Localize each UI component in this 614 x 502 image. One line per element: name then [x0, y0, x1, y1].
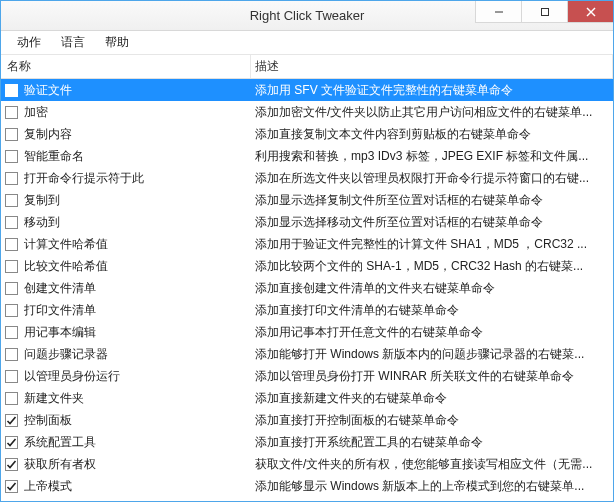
list-row[interactable]: 打开命令行提示符于此添加在所选文件夹以管理员权限打开命令行提示符窗口的右键...	[1, 167, 613, 189]
row-desc-cell: 添加直接新建文件夹的右键菜单命令	[251, 390, 613, 407]
column-description[interactable]: 描述	[251, 55, 613, 78]
titlebar: Right Click Tweaker	[1, 1, 613, 31]
menubar: 动作 语言 帮助	[1, 31, 613, 55]
row-name-cell: 上帝模式	[1, 478, 251, 495]
row-checkbox[interactable]	[5, 414, 18, 427]
row-name-cell: 打开命令行提示符于此	[1, 170, 251, 187]
row-desc-cell: 添加能够打开 Windows 新版本内的问题步骤记录器的右键菜...	[251, 346, 613, 363]
row-name-cell: 移动到	[1, 214, 251, 231]
row-name-cell: 用记事本编辑	[1, 324, 251, 341]
row-name-label: 控制面板	[24, 412, 72, 429]
row-name-label: 验证文件	[24, 82, 72, 99]
list-view[interactable]: 验证文件添加用 SFV 文件验证文件完整性的右键菜单命令加密添加加密文件/文件夹…	[1, 79, 613, 501]
row-name-label: 打印文件清单	[24, 302, 96, 319]
list-row[interactable]: 以管理员身份运行添加以管理员身份打开 WINRAR 所关联文件的右键菜单命令	[1, 365, 613, 387]
row-desc-cell: 利用搜索和替换，mp3 IDv3 标签，JPEG EXIF 标签和文件属...	[251, 148, 613, 165]
row-checkbox[interactable]	[5, 150, 18, 163]
row-checkbox[interactable]	[5, 106, 18, 119]
row-desc-cell: 添加比较两个文件的 SHA-1，MD5，CRC32 Hash 的右键菜...	[251, 258, 613, 275]
row-name-label: 上帝模式	[24, 478, 72, 495]
row-name-label: 以管理员身份运行	[24, 368, 120, 385]
row-checkbox[interactable]	[5, 370, 18, 383]
row-name-label: 打开命令行提示符于此	[24, 170, 144, 187]
row-name-cell: 复制内容	[1, 126, 251, 143]
row-checkbox[interactable]	[5, 172, 18, 185]
row-name-label: 新建文件夹	[24, 390, 84, 407]
row-checkbox[interactable]	[5, 392, 18, 405]
row-checkbox[interactable]	[5, 260, 18, 273]
row-name-label: 问题步骤记录器	[24, 346, 108, 363]
row-checkbox[interactable]	[5, 282, 18, 295]
row-checkbox[interactable]	[5, 128, 18, 141]
list-row[interactable]: 用记事本编辑添加用记事本打开任意文件的右键菜单命令	[1, 321, 613, 343]
row-desc-cell: 添加加密文件/文件夹以防止其它用户访问相应文件的右键菜单...	[251, 104, 613, 121]
list-row[interactable]: 比较文件哈希值添加比较两个文件的 SHA-1，MD5，CRC32 Hash 的右…	[1, 255, 613, 277]
row-name-label: 创建文件清单	[24, 280, 96, 297]
row-name-label: 获取所有者权	[24, 456, 96, 473]
row-name-cell: 验证文件	[1, 82, 251, 99]
list-row[interactable]: 问题步骤记录器添加能够打开 Windows 新版本内的问题步骤记录器的右键菜..…	[1, 343, 613, 365]
list-row[interactable]: 验证文件添加用 SFV 文件验证文件完整性的右键菜单命令	[1, 79, 613, 101]
row-checkbox[interactable]	[5, 84, 18, 97]
list-row[interactable]: 加密添加加密文件/文件夹以防止其它用户访问相应文件的右键菜单...	[1, 101, 613, 123]
row-name-cell: 创建文件清单	[1, 280, 251, 297]
list-row[interactable]: 控制面板添加直接打开控制面板的右键菜单命令	[1, 409, 613, 431]
row-desc-cell: 添加显示选择移动文件所至位置对话框的右键菜单命令	[251, 214, 613, 231]
row-desc-cell: 添加直接打印文件清单的右键菜单命令	[251, 302, 613, 319]
row-desc-cell: 添加用记事本打开任意文件的右键菜单命令	[251, 324, 613, 341]
row-name-label: 计算文件哈希值	[24, 236, 108, 253]
row-name-label: 复制内容	[24, 126, 72, 143]
row-name-label: 复制到	[24, 192, 60, 209]
row-name-label: 加密	[24, 104, 48, 121]
row-name-cell: 打印文件清单	[1, 302, 251, 319]
row-name-label: 比较文件哈希值	[24, 258, 108, 275]
minimize-button[interactable]	[475, 1, 521, 23]
row-name-label: 系统配置工具	[24, 434, 96, 451]
column-header: 名称 描述	[1, 55, 613, 79]
row-desc-cell: 添加显示选择复制文件所至位置对话框的右键菜单命令	[251, 192, 613, 209]
menu-help[interactable]: 帮助	[95, 32, 139, 53]
column-name[interactable]: 名称	[1, 55, 251, 78]
menu-language[interactable]: 语言	[51, 32, 95, 53]
list-row[interactable]: 智能重命名利用搜索和替换，mp3 IDv3 标签，JPEG EXIF 标签和文件…	[1, 145, 613, 167]
row-name-cell: 计算文件哈希值	[1, 236, 251, 253]
row-checkbox[interactable]	[5, 348, 18, 361]
list-row[interactable]: 复制内容添加直接复制文本文件内容到剪贴板的右键菜单命令	[1, 123, 613, 145]
row-name-label: 用记事本编辑	[24, 324, 96, 341]
list-row[interactable]: 复制到添加显示选择复制文件所至位置对话框的右键菜单命令	[1, 189, 613, 211]
row-checkbox[interactable]	[5, 458, 18, 471]
row-checkbox[interactable]	[5, 326, 18, 339]
row-checkbox[interactable]	[5, 436, 18, 449]
app-window: Right Click Tweaker 动作 语言 帮助 名称 描述 验证文件添…	[0, 0, 614, 502]
maximize-icon	[540, 7, 550, 17]
row-desc-cell: 添加直接创建文件清单的文件夹右键菜单命令	[251, 280, 613, 297]
row-desc-cell: 添加在所选文件夹以管理员权限打开命令行提示符窗口的右键...	[251, 170, 613, 187]
list-row[interactable]: 获取所有者权获取文件/文件夹的所有权，使您能够直接读写相应文件（无需...	[1, 453, 613, 475]
minimize-icon	[494, 7, 504, 17]
row-name-cell: 以管理员身份运行	[1, 368, 251, 385]
list-row[interactable]: 系统配置工具添加直接打开系统配置工具的右键菜单命令	[1, 431, 613, 453]
list-row[interactable]: 移动到添加显示选择移动文件所至位置对话框的右键菜单命令	[1, 211, 613, 233]
maximize-button[interactable]	[521, 1, 567, 23]
list-row[interactable]: 上帝模式添加能够显示 Windows 新版本上的上帝模式到您的右键菜单...	[1, 475, 613, 497]
list-row[interactable]: 计算文件哈希值添加用于验证文件完整性的计算文件 SHA1，MD5 ，CRC32 …	[1, 233, 613, 255]
row-checkbox[interactable]	[5, 304, 18, 317]
window-buttons	[475, 1, 613, 23]
svg-rect-1	[541, 8, 548, 15]
row-desc-cell: 添加用 SFV 文件验证文件完整性的右键菜单命令	[251, 82, 613, 99]
row-desc-cell: 添加直接打开控制面板的右键菜单命令	[251, 412, 613, 429]
row-name-cell: 问题步骤记录器	[1, 346, 251, 363]
row-name-cell: 获取所有者权	[1, 456, 251, 473]
row-checkbox[interactable]	[5, 480, 18, 493]
close-button[interactable]	[567, 1, 613, 23]
row-desc-cell: 添加直接打开系统配置工具的右键菜单命令	[251, 434, 613, 451]
row-checkbox[interactable]	[5, 216, 18, 229]
menu-action[interactable]: 动作	[7, 32, 51, 53]
row-name-cell: 新建文件夹	[1, 390, 251, 407]
row-checkbox[interactable]	[5, 194, 18, 207]
list-row[interactable]: 打印文件清单添加直接打印文件清单的右键菜单命令	[1, 299, 613, 321]
list-row[interactable]: 创建文件清单添加直接创建文件清单的文件夹右键菜单命令	[1, 277, 613, 299]
list-row[interactable]: 新建文件夹添加直接新建文件夹的右键菜单命令	[1, 387, 613, 409]
row-desc-cell: 添加用于验证文件完整性的计算文件 SHA1，MD5 ，CRC32 ...	[251, 236, 613, 253]
row-checkbox[interactable]	[5, 238, 18, 251]
